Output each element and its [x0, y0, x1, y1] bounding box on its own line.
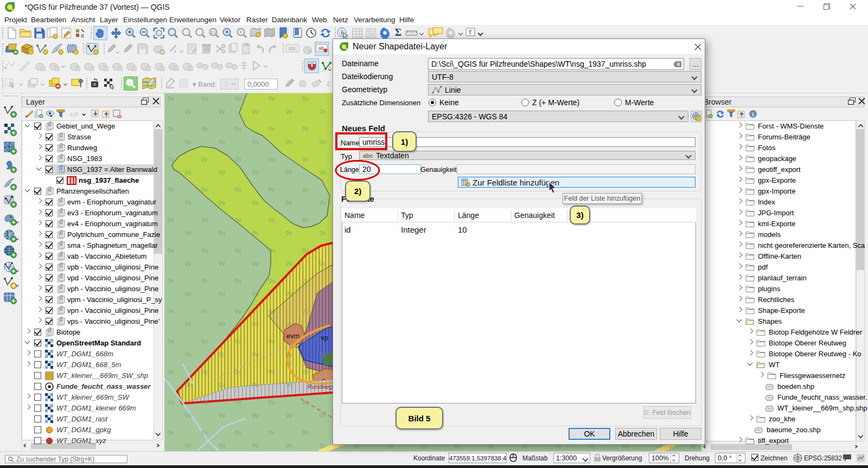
- svg-text:1:1: 1:1: [210, 30, 216, 34]
- svg-text:x: x: [174, 48, 176, 54]
- svg-text:abc: abc: [288, 46, 297, 52]
- svg-text:ε: ε: [327, 79, 331, 88]
- svg-text:Σ: Σ: [395, 27, 401, 38]
- svg-text:ab: ab: [318, 46, 324, 51]
- svg-text:T: T: [468, 29, 472, 35]
- svg-text:i: i: [752, 111, 754, 117]
- svg-text:ε: ε: [70, 110, 73, 118]
- svg-text:a: a: [81, 33, 84, 39]
